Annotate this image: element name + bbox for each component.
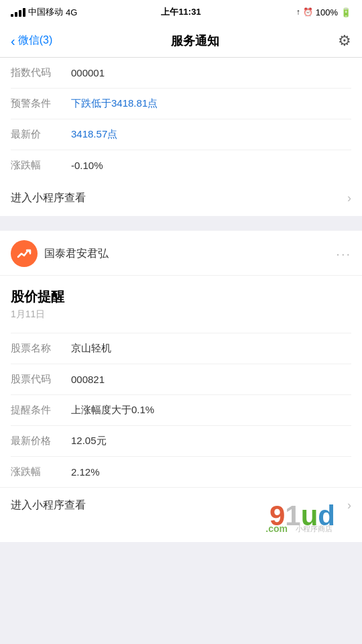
row-label: 股票名称 xyxy=(11,342,71,355)
row-label: 最新价格 xyxy=(11,435,71,447)
row-label: 涨跌幅 xyxy=(11,466,71,478)
app-icon xyxy=(11,240,38,267)
row-value: 000821 xyxy=(71,374,105,385)
row-label: 指数代码 xyxy=(11,66,71,79)
alarm-icon: ⏰ xyxy=(303,7,313,17)
row-label: 预警条件 xyxy=(11,97,71,110)
status-bar: 中国移动 4G 上午11:31 ↑ ⏰ 100% 🔋 xyxy=(0,0,362,24)
signal-icon xyxy=(11,8,25,17)
time-display: 上午11:31 xyxy=(161,6,200,18)
back-chevron-icon: ‹ xyxy=(11,34,15,48)
enter-label: 进入小程序查看 xyxy=(11,498,86,513)
table-row: 提醒条件 上涨幅度大于0.1% xyxy=(11,395,351,426)
row-label: 最新价 xyxy=(11,128,71,141)
row-value: -0.10% xyxy=(71,160,103,171)
settings-icon[interactable]: ⚙ xyxy=(338,32,351,50)
table-row: 股票代码 000821 xyxy=(11,364,351,395)
watermark-footer: .com 小程序商店 xyxy=(0,523,362,542)
watermark-dotcom: .com xyxy=(265,523,288,534)
row-value: 京山轻机 xyxy=(71,342,111,355)
app-name: 国泰君安君弘 xyxy=(44,247,109,261)
stock-alert-card: 国泰君安君弘 ··· 股价提醒 1月11日 股票名称 京山轻机 股票代码 000… xyxy=(0,231,362,542)
nav-bar: ‹ 微信(3) 服务通知 ⚙ xyxy=(0,24,362,58)
index-alert-card: 指数代码 000001 预警条件 下跌低于3418.81点 最新价 3418.5… xyxy=(0,58,362,216)
alert-title: 股价提醒 xyxy=(11,288,351,306)
trending-up-icon xyxy=(16,246,32,262)
table-row: 指数代码 000001 xyxy=(11,58,351,89)
index-info-table: 指数代码 000001 预警条件 下跌低于3418.81点 最新价 3418.5… xyxy=(0,58,362,180)
enter-mini-program-button-1[interactable]: 进入小程序查看 › xyxy=(0,180,362,216)
row-value: 2.12% xyxy=(71,466,100,478)
row-value: 12.05元 xyxy=(71,435,107,447)
enter-chevron-icon: › xyxy=(347,498,351,513)
alert-title-section: 股价提醒 1月11日 xyxy=(0,276,362,323)
table-row: 涨跌幅 -0.10% xyxy=(11,150,351,180)
table-row: 股票名称 京山轻机 xyxy=(11,333,351,364)
table-row: 涨跌幅 2.12% xyxy=(11,457,351,487)
status-right: ↑ ⏰ 100% 🔋 xyxy=(296,7,351,17)
row-value: 000001 xyxy=(71,67,105,78)
enter-label: 进入小程序查看 xyxy=(11,191,86,205)
stock-info-table: 股票名称 京山轻机 股票代码 000821 提醒条件 上涨幅度大于0.1% 最新… xyxy=(0,333,362,487)
back-label: 微信(3) xyxy=(18,34,53,48)
back-button[interactable]: ‹ 微信(3) xyxy=(11,34,52,48)
table-row: 最新价格 12.05元 xyxy=(11,426,351,457)
enter-mini-program-button-2[interactable]: 进入小程序查看 › 9 1 u d xyxy=(0,487,362,523)
row-label: 涨跌幅 xyxy=(11,159,71,172)
more-options-button[interactable]: ··· xyxy=(336,246,351,262)
row-value: 上涨幅度大于0.1% xyxy=(71,404,154,417)
network-label: 4G xyxy=(66,7,77,17)
row-label: 提醒条件 xyxy=(11,404,71,417)
carrier-label: 中国移动 xyxy=(28,6,63,18)
row-value: 3418.57点 xyxy=(71,128,117,141)
scroll-content: 指数代码 000001 预警条件 下跌低于3418.81点 最新价 3418.5… xyxy=(0,58,362,550)
card-header-left: 国泰君安君弘 xyxy=(11,240,109,267)
location-icon: ↑ xyxy=(296,7,300,17)
battery-icon: 🔋 xyxy=(341,7,351,17)
table-row: 最新价 3418.57点 xyxy=(11,119,351,150)
enter-chevron-icon: › xyxy=(347,191,351,205)
card-header: 国泰君安君弘 ··· xyxy=(0,231,362,276)
gap xyxy=(0,224,362,231)
alert-date: 1月11日 xyxy=(11,309,351,321)
status-left: 中国移动 4G xyxy=(11,6,77,18)
small-program-label: 小程序商店 xyxy=(296,524,333,534)
battery-label: 100% xyxy=(316,7,338,17)
table-row: 预警条件 下跌低于3418.81点 xyxy=(11,89,351,119)
row-label: 股票代码 xyxy=(11,373,71,386)
page-title: 服务通知 xyxy=(171,33,219,49)
row-value: 下跌低于3418.81点 xyxy=(71,97,158,110)
